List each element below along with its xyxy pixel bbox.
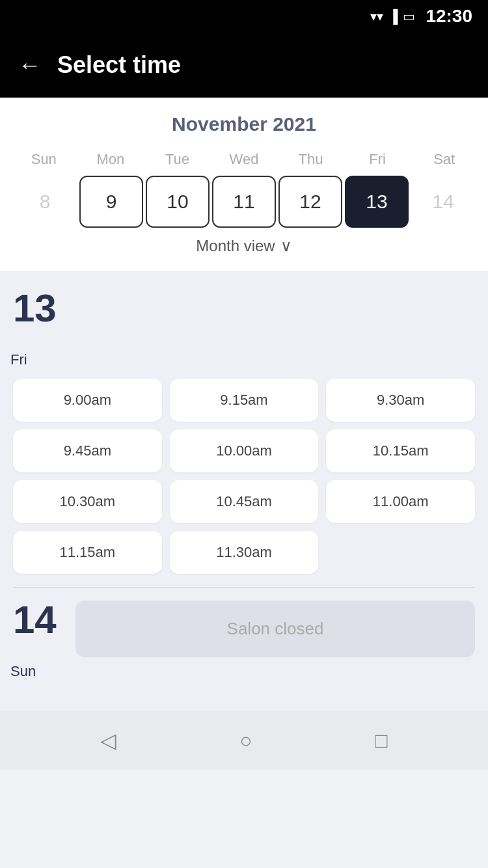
- day-13-section: 13 Fri 9.00am 9.15am 9.30am 9.45am 10.00…: [13, 289, 475, 574]
- timeslot-1030am[interactable]: 10.30am: [13, 480, 162, 523]
- day-14-label-col: 14 Sun: [13, 601, 65, 680]
- date-11[interactable]: 11: [212, 176, 276, 228]
- nav-back-icon: ◁: [100, 728, 116, 753]
- time-grid-13: 9.00am 9.15am 9.30am 9.45am 10.00am 10.1…: [13, 379, 475, 574]
- day-13-number: 13: [13, 289, 65, 328]
- month-view-button[interactable]: Month view ∨: [10, 228, 478, 260]
- month-view-label: Month view: [196, 237, 275, 255]
- day-14-name: Sun: [10, 663, 65, 680]
- nav-home-icon: ○: [239, 729, 252, 753]
- weekday-row: Sun Mon Tue Wed Thu Fri Sat: [10, 148, 478, 170]
- day-14-section: 14 Sun Salon closed: [13, 601, 475, 680]
- weekday-mon: Mon: [77, 148, 144, 170]
- day-13-name: Fri: [10, 351, 65, 368]
- back-button[interactable]: ←: [18, 51, 42, 79]
- status-icons: ▾▾ ▐ ▭ 12:30: [370, 6, 472, 27]
- weekday-sun: Sun: [10, 148, 77, 170]
- timeslot-1015am[interactable]: 10.15am: [326, 429, 475, 472]
- chevron-down-icon: ∨: [280, 237, 292, 255]
- timeslot-915am[interactable]: 9.15am: [170, 379, 319, 422]
- timeslot-1045am[interactable]: 10.45am: [170, 480, 319, 523]
- bottom-navigation: ◁ ○ □: [0, 711, 488, 770]
- timeslot-1100am[interactable]: 11.00am: [326, 480, 475, 523]
- date-14[interactable]: 14: [411, 176, 475, 228]
- day-13-header: 13 Fri: [13, 289, 475, 368]
- day-14-number: 14: [13, 601, 65, 640]
- nav-recents-icon: □: [375, 729, 387, 753]
- month-title: November 2021: [10, 113, 478, 135]
- weekday-tue: Tue: [144, 148, 211, 170]
- day-14-row: 14 Sun Salon closed: [13, 601, 475, 680]
- timeslot-1130am[interactable]: 11.30am: [170, 531, 319, 574]
- timeslot-1115am[interactable]: 11.15am: [13, 531, 162, 574]
- date-13[interactable]: 13: [345, 176, 409, 228]
- nav-back-button[interactable]: ◁: [100, 728, 116, 753]
- timeslot-945am[interactable]: 9.45am: [13, 429, 162, 472]
- status-time: 12:30: [426, 6, 472, 27]
- battery-icon: ▭: [403, 8, 415, 24]
- date-12[interactable]: 12: [278, 176, 342, 228]
- salon-closed-box: Salon closed: [75, 601, 475, 657]
- weekday-wed: Wed: [211, 148, 278, 170]
- timeslot-900am[interactable]: 9.00am: [13, 379, 162, 422]
- date-10[interactable]: 10: [146, 176, 210, 228]
- nav-home-button[interactable]: ○: [239, 729, 252, 753]
- weekday-thu: Thu: [277, 148, 344, 170]
- header: ← Select time: [0, 33, 488, 98]
- wifi-icon: ▾▾: [370, 8, 383, 24]
- weekday-fri: Fri: [344, 148, 411, 170]
- status-bar: ▾▾ ▐ ▭ 12:30: [0, 0, 488, 33]
- page-title: Select time: [57, 51, 181, 79]
- calendar: November 2021 Sun Mon Tue Wed Thu Fri Sa…: [0, 98, 488, 271]
- signal-icon: ▐: [388, 9, 398, 24]
- weekday-sat: Sat: [411, 148, 478, 170]
- day-divider: [13, 587, 475, 588]
- timeslots-section: 13 Fri 9.00am 9.15am 9.30am 9.45am 10.00…: [0, 271, 488, 711]
- date-8[interactable]: 8: [13, 176, 77, 228]
- timeslot-1000am[interactable]: 10.00am: [170, 429, 319, 472]
- date-9[interactable]: 9: [79, 176, 143, 228]
- timeslot-930am[interactable]: 9.30am: [326, 379, 475, 422]
- dates-row: 8 9 10 11 12 13 14: [10, 176, 478, 228]
- nav-recents-button[interactable]: □: [375, 729, 387, 753]
